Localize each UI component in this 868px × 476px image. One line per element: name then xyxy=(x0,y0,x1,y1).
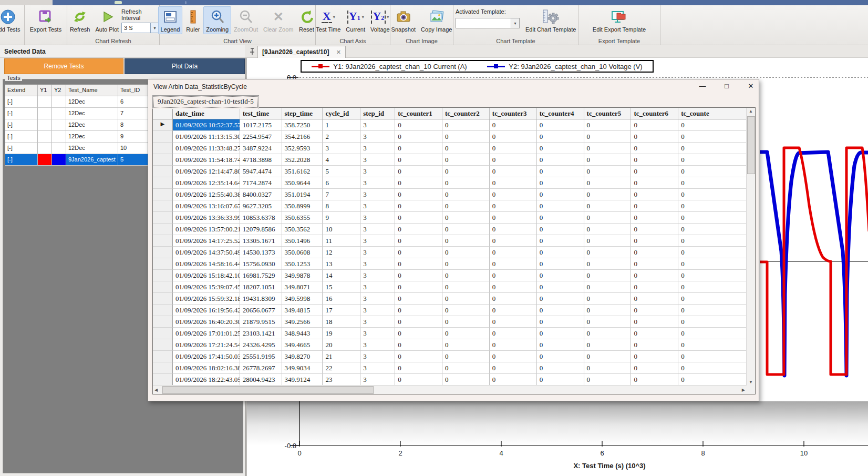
grid-cell[interactable]: 18207.1051 xyxy=(240,281,282,293)
grid-cell[interactable]: 350.0608 xyxy=(282,247,323,258)
grid-cell[interactable]: 0 xyxy=(395,247,442,258)
grid-cell[interactable]: 0 xyxy=(395,339,442,351)
grid-cell[interactable]: 11 xyxy=(323,235,360,247)
grid-cell[interactable]: 354.2166 xyxy=(282,131,323,143)
grid-cell[interactable]: 12 xyxy=(323,247,360,258)
grid-cell[interactable]: 0 xyxy=(442,351,490,362)
snapshot-button[interactable]: Snapshot xyxy=(389,6,418,34)
grid-cell[interactable]: 16 xyxy=(323,293,360,305)
grid-cell[interactable]: 350.9644 xyxy=(282,177,323,189)
grid-cell[interactable]: 0 xyxy=(395,316,442,328)
grid-cell[interactable]: 0 xyxy=(678,293,747,305)
grid-cell[interactable]: 01/09/2026 14:17:25.521 xyxy=(173,235,240,247)
grid-cell[interactable]: 0 xyxy=(631,143,678,154)
table-cell[interactable]: Extend xyxy=(5,85,38,96)
grid-cell[interactable]: 0 xyxy=(490,177,537,189)
grid-cell[interactable]: 2254.9547 xyxy=(240,131,282,143)
grid-cell[interactable]: 350.1253 xyxy=(282,258,323,270)
grid-row[interactable]: 01/09/2026 15:59:32.18519431.8309349.599… xyxy=(153,293,747,305)
grid-cell[interactable]: 0 xyxy=(395,143,442,154)
grid-row[interactable]: 01/09/2026 15:39:07.45918207.1051349.807… xyxy=(153,281,747,293)
grid-cell[interactable]: 0 xyxy=(631,362,678,374)
tests-row[interactable]: [-]9Jan2026_captest5 xyxy=(5,154,153,166)
grid-cell[interactable]: 0 xyxy=(395,270,442,281)
grid-cell[interactable]: 14530.1373 xyxy=(240,247,282,258)
grid-cell[interactable]: 0 xyxy=(678,200,747,212)
grid-cell[interactable]: 0 xyxy=(490,166,537,177)
grid-cell[interactable]: 0 xyxy=(631,212,678,224)
grid-cell[interactable]: 0 xyxy=(490,281,537,293)
grid-cell[interactable]: 1017.2175 xyxy=(240,119,282,131)
grid-cell[interactable]: 3 xyxy=(360,270,395,281)
grid-cell[interactable]: 349.8071 xyxy=(282,281,323,293)
grid-cell[interactable]: 3 xyxy=(360,189,395,200)
grid-cell[interactable]: 0 xyxy=(490,293,537,305)
grid-cell[interactable]: 0 xyxy=(678,258,747,270)
column-header[interactable]: cycle_id xyxy=(323,108,360,119)
grid-cell[interactable]: 0 xyxy=(584,154,632,166)
grid-cell[interactable]: 01/09/2026 13:36:33.992 xyxy=(173,212,240,224)
horizontal-scrollbar[interactable]: ◀ ▶ xyxy=(153,385,747,394)
grid-cell[interactable]: 01/09/2026 10:52:37.571 xyxy=(173,119,240,131)
grid-cell[interactable]: 3 xyxy=(360,131,395,143)
column-header[interactable]: step_id xyxy=(360,108,395,119)
grid-cell[interactable]: 23103.1421 xyxy=(240,328,282,339)
grid-cell[interactable]: 0 xyxy=(395,154,442,166)
grid-cell[interactable]: 0 xyxy=(584,131,632,143)
grid-cell[interactable]: 0 xyxy=(395,281,442,293)
grid-cell[interactable]: 0 xyxy=(442,224,490,235)
grid-cell[interactable]: 0 xyxy=(490,258,537,270)
grid-cell[interactable]: 0 xyxy=(631,316,678,328)
grid-cell[interactable]: 19431.8309 xyxy=(240,293,282,305)
grid-cell[interactable]: 348.9443 xyxy=(282,328,323,339)
grid-cell[interactable]: 0 xyxy=(678,166,747,177)
grid-cell[interactable]: 350.6355 xyxy=(282,212,323,224)
grid-cell[interactable]: 0 xyxy=(584,305,632,316)
grid-cell[interactable]: 0 xyxy=(490,212,537,224)
grid-cell[interactable]: 0 xyxy=(442,305,490,316)
grid-cell[interactable]: 3 xyxy=(360,293,395,305)
grid-cell[interactable]: 0 xyxy=(490,339,537,351)
scroll-down-icon[interactable]: ▼ xyxy=(747,380,755,384)
grid-cell[interactable]: 0 xyxy=(490,305,537,316)
grid-cell[interactable]: 01/09/2026 14:58:16.447 xyxy=(173,258,240,270)
grid-cell[interactable]: 0 xyxy=(584,328,632,339)
remove-tests-button[interactable]: Remove Tests xyxy=(4,58,123,74)
grid-cell[interactable]: 0 xyxy=(490,362,537,374)
scroll-up-icon[interactable]: ▲ xyxy=(747,109,755,114)
grid-cell[interactable]: 0 xyxy=(395,235,442,247)
grid-cell[interactable]: 12079.8586 xyxy=(240,224,282,235)
grid-cell[interactable]: 01/09/2026 12:14:47.801 xyxy=(173,166,240,177)
grid-cell[interactable]: 3 xyxy=(360,258,395,270)
column-header[interactable]: date_time xyxy=(173,108,240,119)
grid-cell[interactable]: 0 xyxy=(490,189,537,200)
scroll-left-icon[interactable]: ◀ xyxy=(154,388,158,392)
grid-cell[interactable]: 0 xyxy=(490,200,537,212)
column-header[interactable]: step_time xyxy=(282,108,323,119)
grid-cell[interactable]: 0 xyxy=(537,143,584,154)
grid-cell[interactable]: 0 xyxy=(395,119,442,131)
grid-cell[interactable]: 349.2566 xyxy=(282,316,323,328)
grid-cell[interactable]: 0 xyxy=(490,247,537,258)
grid-cell[interactable]: 3 xyxy=(360,351,395,362)
grid-cell[interactable]: 0 xyxy=(395,224,442,235)
column-header[interactable]: tc_counter2 xyxy=(442,108,490,119)
close-icon[interactable]: ✕ xyxy=(743,79,759,93)
grid-cell[interactable]: 0 xyxy=(631,339,678,351)
grid-cell[interactable]: 0 xyxy=(631,247,678,258)
grid-cell[interactable]: 0 xyxy=(678,339,747,351)
grid-cell[interactable]: 0 xyxy=(631,270,678,281)
grid-cell[interactable]: 0 xyxy=(537,270,584,281)
grid-cell[interactable]: 13 xyxy=(323,258,360,270)
grid-cell[interactable]: 19 xyxy=(323,328,360,339)
grid-cell[interactable]: 0 xyxy=(631,293,678,305)
grid-row[interactable]: 01/09/2026 13:16:07.6749627.3205350.8999… xyxy=(153,200,747,212)
grid-cell[interactable]: 3 xyxy=(360,247,395,258)
grid-cell[interactable]: 0 xyxy=(631,305,678,316)
column-header[interactable]: tc_counter4 xyxy=(537,108,584,119)
grid-cell[interactable]: 01/09/2026 11:13:15.309 xyxy=(173,131,240,143)
maximize-icon[interactable]: □ xyxy=(719,79,735,93)
grid-cell[interactable]: 0 xyxy=(442,212,490,224)
grid-cell[interactable]: 10 xyxy=(323,224,360,235)
grid-cell[interactable]: 4 xyxy=(323,154,360,166)
